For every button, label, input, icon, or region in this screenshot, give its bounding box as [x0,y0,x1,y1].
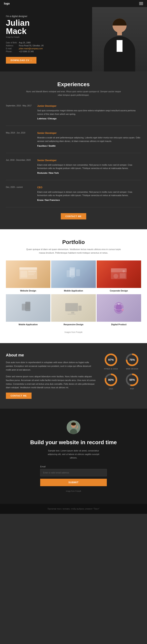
email-label: Email [40,466,107,468]
email-label: E-mail: [6,47,19,50]
svg-rect-17 [26,303,30,309]
portfolio-thumb-3 [97,260,141,288]
skill-label-php: PHP [130,388,134,390]
portfolio-thumb-2 [51,260,96,288]
exp-content-2: Senior Developer Moesite a ocale sit are… [37,132,141,147]
skill-webdesign: 75% WEB DESIGN [123,353,141,370]
svg-point-26 [116,304,122,312]
svg-point-15 [123,270,125,272]
address-label: Address: [6,44,19,47]
exp-content-1: Junior Developer Sed quis consequuntur m… [37,104,141,120]
skill-circle-webdesign: 75% [125,353,139,367]
svg-rect-23 [71,312,74,314]
portfolio-title: Portfolio [6,239,141,245]
skill-circle-php: 55% [125,373,139,387]
exp-location-2: Faucibus / Seattle [37,145,141,147]
svg-rect-19 [22,304,25,309]
portfolio-label-5: Responsive Design [51,322,96,327]
cta-avatar [67,420,80,434]
exp-location-3: Resturato / New York [37,172,141,174]
about-skills: 97% HTML5 & CSS3 75% WEB DESIGN [102,353,141,399]
phone-value: +13 5366 22 345 [19,50,45,53]
cta-title: Build your website in record time [6,439,141,446]
svg-rect-13 [120,273,126,278]
svg-rect-10 [76,269,80,276]
portfolio-label-2: Mobile Application [51,288,96,294]
portfolio-item-6[interactable]: Digital Product [97,294,141,327]
footer: Прочитав текст, человек, чтобы выбрать э… [0,504,147,514]
experience-item-3: Jun, 2018 - December, 2020 Senior Develo… [6,159,141,180]
navigation: logo [0,0,147,7]
exp-desc-3: Etiam erat velit scelerisque in dictum n… [37,163,141,170]
skill-java: 80% JAVA [102,373,120,390]
submit-button[interactable]: SUBMIT [40,479,107,486]
about-inner: About me Duis aute irure dolor in repreh… [6,353,141,399]
skill-circle-java: 80% [104,373,118,387]
exp-date-1: September, 2016 - May, 2017 [6,104,33,120]
svg-rect-5 [28,274,34,275]
experiences-subtitle: Nunc sed blandit libero volutpat sed era… [24,90,123,97]
exp-title-4: CEO [37,186,141,189]
download-cv-button[interactable]: DOWNLOAD CV ↓ [6,57,36,64]
skill-pct-php: 55% [129,378,135,382]
experience-item-4: Dec, 2020 - current CEO Etiam erat velit… [6,186,141,207]
svg-rect-21 [66,304,78,311]
exp-content-4: CEO Etiam erat velit scelerisque in dict… [37,186,141,201]
svg-rect-2 [20,271,27,278]
logo: logo [4,2,10,5]
about-title: About me [6,353,96,358]
skill-php: 55% PHP [123,373,141,390]
svg-point-27 [118,303,120,305]
about-section: About me Duis aute irure dolor in repreh… [0,343,147,409]
svg-rect-9 [67,270,71,277]
portfolio-item-4[interactable]: Mobile Application [6,294,50,327]
exp-desc-4: Etiam erat velit scelerisque in dictum n… [37,190,141,197]
portfolio-label-3: Corporate Design [97,288,141,294]
experience-item-1: September, 2016 - May, 2017 Junior Devel… [6,104,141,126]
dob-value: Aug 25, 1989 [19,41,45,44]
experiences-contact-wrap: CONTACT ME [6,213,141,220]
email-input[interactable] [40,469,107,476]
skill-pct-java: 80% [108,378,114,382]
portfolio-section: Portfolio Quam quisque id diam vel quam … [0,229,147,343]
cta-subtitle: Sample text. Lorem ipsum dolor sit amet,… [44,449,103,460]
about-text-1: Duis aute irure dolor in reprehenderit i… [6,360,96,372]
portfolio-item-1[interactable]: Website Design [6,260,50,294]
email-value: julian.mack@company.com [19,47,45,50]
portfolio-item-5[interactable]: Responsive Design [51,294,96,327]
svg-rect-4 [28,273,35,274]
portfolio-label-6: Digital Product [97,322,141,327]
portfolio-thumb-4 [6,294,50,322]
experiences-title: Experiences [6,81,141,88]
arrow-icon: ↓ [30,59,32,62]
svg-rect-8 [71,278,74,278]
exp-title-2: Senior Developer [37,132,141,134]
svg-point-14 [114,274,118,278]
portfolio-label-4: Mobile Application [6,322,50,327]
portfolio-item-2[interactable]: Mobile Application [51,260,96,294]
exp-desc-2: Moesite a ocale sit aret pellenteesque a… [37,136,141,143]
exp-content-3: Senior Developer Etiam erat velit sceler… [37,159,141,174]
skills-grid: 97% HTML5 & CSS3 75% WEB DESIGN [102,353,141,390]
hamburger-menu[interactable] [139,2,143,5]
portfolio-grid: Website Design Mobile Application [6,260,141,327]
hero-content: I'm a digital designer Julian Mack Image… [0,7,147,72]
email-form: Email SUBMIT [40,466,107,486]
about-left: About me Duis aute irure dolor in repreh… [6,353,96,399]
cta-image-credit: Image from Freepik [6,490,141,492]
portfolio-thumb-1 [6,260,50,288]
exp-desc-1: Sed quis consequuntur magni dolores eos … [37,109,141,116]
footer-text: Прочитав текст, человек, чтобы выбрать э… [6,508,141,510]
experience-item-2: May, 2018 - Jun, 2019 Senior Developer M… [6,132,141,153]
portfolio-label-1: Website Design [6,288,50,294]
exp-date-4: Dec, 2020 - current [6,186,33,201]
portfolio-item-3[interactable]: Corporate Design [97,260,141,294]
experiences-contact-button[interactable]: CONTACT ME [61,213,86,220]
about-text-2: Dolor sed viverra ipsum nunc aliquet bib… [6,375,96,390]
about-contact-button[interactable]: CONTACT ME [6,392,31,399]
skill-label-java: JAVA [109,388,113,390]
hero-image-credit: Image by Freepik [6,36,141,38]
cta-section: Build your website in record time Sample… [0,409,147,504]
exp-date-2: May, 2018 - Jun, 2019 [6,132,33,147]
skill-pct-html: 97% [108,358,114,361]
